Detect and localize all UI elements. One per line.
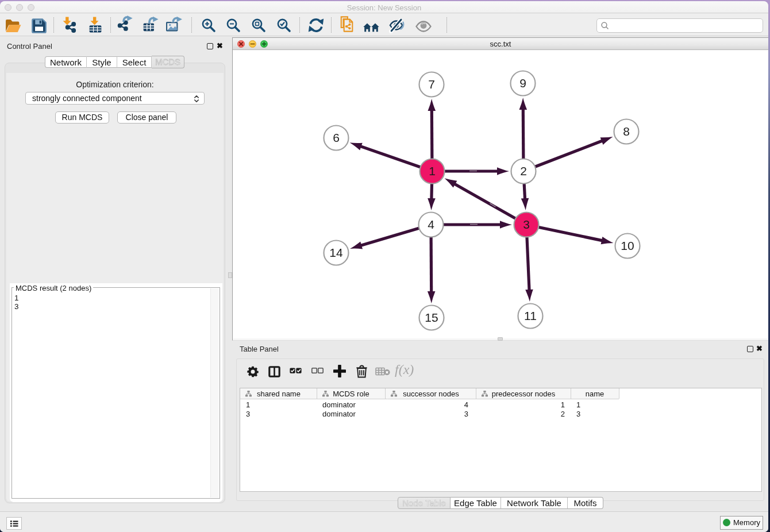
svg-text:3: 3 — [464, 410, 468, 418]
svg-text:15: 15 — [425, 311, 438, 324]
svg-text:1: 1 — [561, 400, 565, 409]
svg-text:4: 4 — [464, 400, 468, 409]
svg-text:9: 9 — [519, 76, 526, 90]
svg-text:MCDS role: MCDS role — [333, 390, 369, 398]
svg-text:3: 3 — [246, 410, 250, 418]
svg-text:8: 8 — [623, 125, 630, 138]
svg-text:shared name: shared name — [257, 390, 301, 398]
svg-text:6: 6 — [333, 131, 340, 144]
svg-text:10: 10 — [621, 239, 634, 252]
svg-text:11: 11 — [524, 309, 537, 322]
svg-text:1: 1 — [246, 400, 250, 409]
svg-text:1: 1 — [429, 164, 436, 178]
svg-text:3: 3 — [576, 410, 580, 418]
svg-text:3: 3 — [523, 218, 530, 231]
svg-text:name: name — [586, 390, 605, 398]
svg-text:1: 1 — [576, 400, 580, 409]
svg-text:4: 4 — [428, 218, 434, 231]
svg-text:dominator: dominator — [322, 410, 356, 418]
svg-text:7: 7 — [428, 78, 435, 91]
svg-text:2: 2 — [561, 410, 565, 418]
svg-text:2: 2 — [520, 164, 527, 178]
svg-text:successor nodes: successor nodes — [403, 390, 459, 398]
svg-text:dominator: dominator — [322, 400, 356, 409]
svg-text:predecessor nodes: predecessor nodes — [492, 390, 556, 398]
svg-text:14: 14 — [329, 246, 343, 259]
